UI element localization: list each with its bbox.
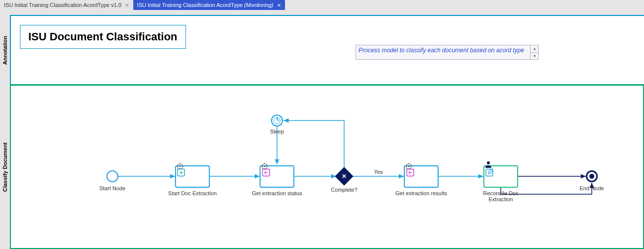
subprocess-play-icon — [176, 166, 209, 187]
svg-line-12 — [178, 164, 179, 165]
start-node[interactable] — [106, 170, 118, 182]
svg-line-34 — [406, 164, 407, 165]
svg-rect-40 — [486, 169, 493, 176]
edge-label-yes: Yes — [374, 169, 383, 175]
svg-line-26 — [267, 164, 268, 165]
close-icon[interactable]: × — [125, 1, 129, 9]
activity-start-doc-extraction[interactable] — [175, 165, 210, 188]
node-label: Start Doc Extraction — [163, 190, 222, 196]
activity-reconcile-doc-extraction[interactable] — [483, 165, 518, 188]
activity-get-extraction-results[interactable] — [404, 165, 439, 188]
node-label: Start Node — [99, 185, 126, 191]
tab-bar: ISU Initial Training Classification Acor… — [0, 0, 644, 10]
node-label: Get extraction status — [242, 190, 312, 196]
edit-task-icon — [484, 166, 517, 187]
svg-line-15 — [182, 164, 183, 165]
node-label: Sleep — [270, 128, 284, 134]
lane-label-classify: Classify Document — [0, 85, 10, 249]
node-label: Reconcile Doc Extraction — [473, 190, 528, 202]
chevron-down-icon[interactable]: ▾ — [531, 53, 538, 60]
flow-canvas[interactable]: Start Node Start Doc Extraction Get extr… — [11, 86, 643, 248]
tab-inactive[interactable]: ISU Initial Training Classification Acor… — [0, 0, 133, 10]
process-title: ISU Document Classification — [20, 25, 186, 49]
subprocess-icon — [405, 166, 438, 187]
description-box: Process model to classify each document … — [356, 45, 539, 60]
tab-label: ISU Initial Training Classification Acor… — [4, 2, 121, 8]
tab-label: ISU Initial Training Classification Acor… — [137, 2, 274, 8]
subprocess-icon — [261, 166, 293, 187]
svg-point-39 — [487, 161, 490, 164]
node-label: End Node — [580, 185, 604, 191]
end-node[interactable] — [586, 170, 598, 182]
process-canvas: Annotation Classify Document ISU Documen… — [0, 10, 644, 249]
timer-event-sleep[interactable] — [271, 115, 283, 126]
chevron-up-icon[interactable]: ▴ — [531, 45, 538, 53]
node-label: Complete? — [331, 187, 357, 193]
node-label: Get extraction results — [386, 190, 456, 196]
description-text[interactable]: Process model to classify each document … — [356, 45, 530, 59]
svg-line-23 — [262, 164, 263, 165]
activity-get-extraction-status[interactable] — [260, 165, 294, 188]
close-icon[interactable]: × — [277, 1, 281, 9]
tab-active[interactable]: ISU Initial Training Classification Acor… — [133, 0, 285, 10]
edges-layer — [11, 86, 643, 248]
stepper: ▴ ▾ — [530, 45, 538, 59]
svg-line-37 — [411, 164, 412, 165]
lane-label-annotation: Annotation — [0, 16, 10, 85]
